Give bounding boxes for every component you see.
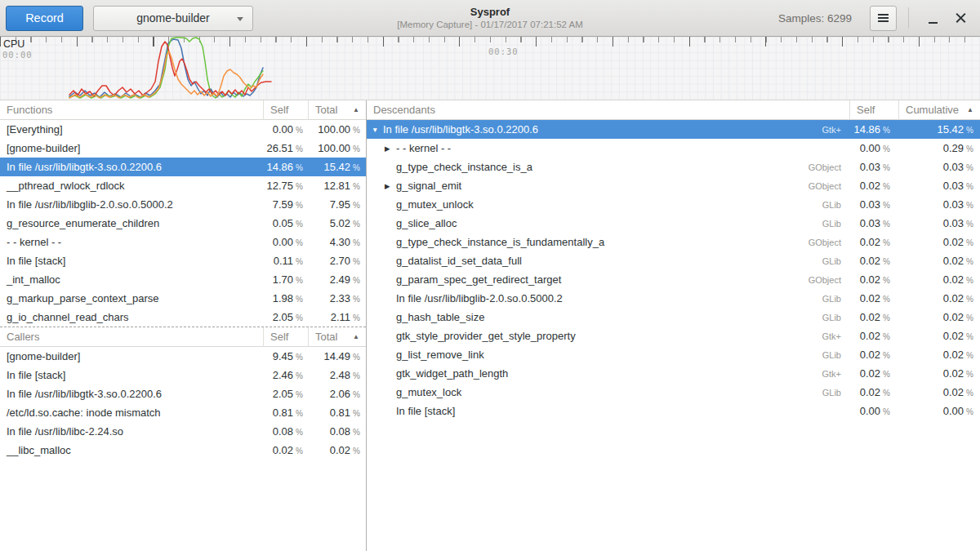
cpu-graph-label: CPU: [3, 38, 24, 50]
percent-value: 0.00%: [898, 405, 980, 417]
function-name: gtk_widget_path_length: [396, 367, 508, 380]
expand-icon[interactable]: ▶: [385, 182, 396, 190]
right-pane: Descendants Self Cumulative ▲ ▼In file /…: [367, 100, 980, 551]
tree-row[interactable]: g_slice_allocGLib0.03%0.03%: [367, 214, 980, 233]
expand-icon[interactable]: ▶: [385, 144, 396, 153]
tree-row[interactable]: ▼In file /usr/lib/libgtk-3.so.0.2200.6Gt…: [367, 120, 980, 139]
table-row[interactable]: In file /usr/lib/libc-2.24.so0.08%0.08%: [0, 422, 366, 441]
title-block: Sysprof [Memory Capture] - 01/17/2017 07…: [397, 6, 583, 29]
percent-value: 5.02%: [308, 217, 366, 229]
table-row[interactable]: g_resource_enumerate_children0.05%5.02%: [0, 214, 366, 233]
table-row[interactable]: __libc_malloc0.02%0.02%: [0, 441, 366, 460]
library-category: GObject: [792, 162, 849, 172]
tree-row[interactable]: ▶g_signal_emitGObject0.02%0.03%: [367, 176, 980, 195]
tree-row[interactable]: g_list_remove_linkGLib0.02%0.02%: [367, 345, 980, 364]
percent-value: 0.02%: [898, 273, 980, 286]
tree-row[interactable]: g_param_spec_get_redirect_targetGObject0…: [367, 270, 980, 289]
cpu-graph[interactable]: CPU 00:00 00:30: [0, 37, 980, 100]
tree-row[interactable]: g_mutex_unlockGLib0.03%0.03%: [367, 195, 980, 214]
function-name: g_hash_table_size: [396, 311, 484, 323]
sort-ascending-icon: ▲: [967, 100, 973, 120]
tree-row[interactable]: g_type_check_instance_is_aGObject0.03%0.…: [367, 158, 980, 176]
tree-row[interactable]: g_mutex_lockGLib0.02%0.02%: [367, 383, 980, 402]
percent-value: 15.42%: [308, 161, 366, 173]
percent-value: 0.03%: [849, 217, 898, 229]
percent-value: 7.95%: [308, 198, 366, 211]
table-row[interactable]: [Everything]0.00%100.00%: [0, 120, 366, 139]
table-row[interactable]: - - kernel - -0.00%4.30%: [0, 233, 366, 251]
percent-value: 2.70%: [308, 255, 366, 267]
tree-row[interactable]: g_type_check_instance_is_fundamentally_a…: [367, 233, 980, 251]
cpu-line-red: [69, 42, 271, 96]
table-row[interactable]: g_markup_parse_context_parse1.98%2.33%: [0, 289, 366, 308]
function-name: In file /usr/lib/libgtk-3.so.0.2200.6: [383, 123, 538, 136]
function-name: g_signal_emit: [396, 180, 461, 192]
percent-value: 0.29%: [898, 142, 980, 154]
table-row[interactable]: g_io_channel_read_chars2.05%2.11%: [0, 308, 366, 327]
library-category: Gtk+: [792, 125, 849, 135]
percent-value: 0.02%: [898, 292, 980, 304]
collapse-icon[interactable]: ▼: [372, 126, 383, 134]
table-row[interactable]: [gnome-builder]9.45%14.49%: [0, 347, 366, 366]
functions-self-column-header[interactable]: Self: [263, 100, 308, 120]
table-row[interactable]: In file [stack]0.11%2.70%: [0, 251, 366, 270]
descendants-column-header[interactable]: Descendants: [367, 100, 849, 120]
percent-value: 0.03%: [898, 198, 980, 211]
sort-ascending-icon: ▲: [353, 327, 359, 347]
menu-button[interactable]: [870, 6, 897, 31]
library-category: GLib: [792, 313, 849, 322]
table-row[interactable]: /etc/ld.so.cache: inode mismatch0.81%0.8…: [0, 403, 366, 422]
tree-row[interactable]: g_hash_table_sizeGLib0.02%0.02%: [367, 308, 980, 327]
percent-value: 2.48%: [308, 369, 366, 381]
callers-column-header[interactable]: Callers: [0, 327, 263, 347]
close-button[interactable]: [950, 7, 971, 29]
percent-value: 0.81%: [308, 407, 366, 419]
percent-value: 0.02%: [898, 367, 980, 380]
device-selector-dropdown[interactable]: gnome-builder: [93, 6, 253, 31]
library-category: GLib: [792, 350, 849, 360]
table-row[interactable]: In file /usr/lib/libgtk-3.so.0.2200.614.…: [0, 158, 366, 176]
function-name: In file /usr/lib/libglib-2.0.so.0.5000.2: [0, 198, 263, 211]
percent-value: 14.86%: [263, 161, 308, 173]
percent-value: 0.02%: [263, 444, 308, 456]
table-row[interactable]: _int_malloc1.70%2.49%: [0, 270, 366, 289]
tree-row[interactable]: gtk_widget_path_lengthGtk+0.02%0.02%: [367, 364, 980, 383]
tree-row[interactable]: g_datalist_id_set_data_fullGLib0.02%0.02…: [367, 251, 980, 270]
functions-total-column-header[interactable]: Total ▲: [308, 100, 366, 120]
callers-table: [gnome-builder]9.45%14.49%In file [stack…: [0, 347, 366, 460]
window-title: Sysprof: [397, 6, 583, 18]
callers-table-header: Callers Self Total ▲: [0, 327, 366, 347]
record-button[interactable]: Record: [6, 6, 83, 31]
percent-value: 0.02%: [849, 349, 898, 361]
table-row[interactable]: In file /usr/lib/libgtk-3.so.0.2200.62.0…: [0, 384, 366, 403]
table-row[interactable]: In file /usr/lib/libglib-2.0.so.0.5000.2…: [0, 195, 366, 214]
function-name: In file [stack]: [0, 255, 263, 267]
percent-value: 0.02%: [849, 311, 898, 323]
percent-value: 0.02%: [898, 386, 980, 398]
function-name: g_slice_alloc: [396, 217, 457, 229]
library-category: GObject: [792, 275, 849, 285]
table-row[interactable]: [gnome-builder]26.51%100.00%: [0, 139, 366, 158]
function-name: g_datalist_id_set_data_full: [396, 255, 522, 267]
library-category: GLib: [792, 200, 849, 210]
functions-column-header[interactable]: Functions: [0, 100, 263, 120]
tree-row[interactable]: ▶- - kernel - -0.00%0.29%: [367, 139, 980, 158]
descendants-self-column-header[interactable]: Self: [849, 100, 898, 120]
table-row[interactable]: __pthread_rwlock_rdlock12.75%12.81%: [0, 176, 366, 195]
function-name: __pthread_rwlock_rdlock: [0, 180, 263, 192]
minimize-button[interactable]: [922, 7, 943, 29]
percent-value: 0.02%: [898, 255, 980, 267]
callers-total-column-header[interactable]: Total ▲: [308, 327, 366, 347]
tree-row[interactable]: In file /usr/lib/libglib-2.0.so.0.5000.2…: [367, 289, 980, 308]
percent-value: 0.02%: [849, 255, 898, 267]
function-name: In file /usr/lib/libglib-2.0.so.0.5000.2: [396, 292, 563, 304]
library-category: GLib: [792, 219, 849, 229]
percent-value: 1.98%: [263, 292, 308, 304]
table-row[interactable]: In file [stack]2.46%2.48%: [0, 366, 366, 384]
callers-self-column-header[interactable]: Self: [263, 327, 308, 347]
tree-row[interactable]: gtk_style_provider_get_style_propertyGtk…: [367, 327, 980, 345]
percent-value: 0.02%: [849, 273, 898, 286]
library-category: Gtk+: [792, 331, 849, 341]
descendants-cumulative-column-header[interactable]: Cumulative ▲: [898, 100, 980, 120]
tree-row[interactable]: In file [stack]0.00%0.00%: [367, 402, 980, 420]
